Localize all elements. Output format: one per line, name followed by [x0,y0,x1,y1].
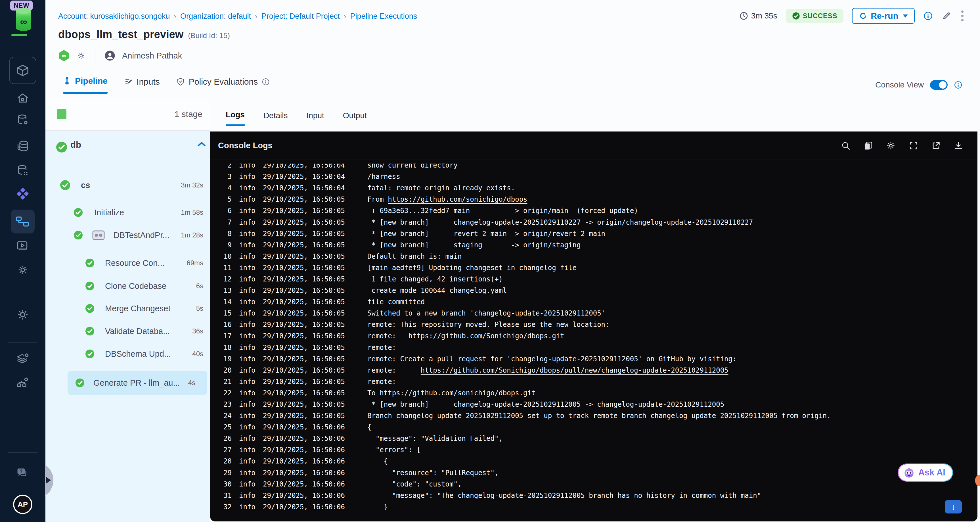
breadcrumb-link[interactable]: Organization: default [180,12,251,21]
success-check-icon [86,304,94,313]
step-duration: 36s [192,327,203,335]
log-link[interactable]: https://github.com/Sonichigo/dbops/pull/… [421,366,729,374]
log-line: 18info29/10/2025, 16:50:05remote: [210,342,977,353]
tab-inputs[interactable]: Inputs [124,77,160,93]
more-options-button[interactable] [960,10,965,22]
log-line-number: 25 [210,423,232,431]
ask-ai-button[interactable]: Ask AI [898,463,953,482]
log-line-number: 23 [210,401,232,408]
sidebar-item-help[interactable]: ? [0,465,45,481]
info-icon[interactable] [262,78,270,86]
tab-pipeline[interactable]: Pipeline [63,76,108,94]
step-duration: 4s [188,379,195,387]
app-sidebar: NEW ∞ ? AP [0,0,45,522]
sidebar-item-pipeline-settings[interactable] [0,262,45,278]
settings-gear-icon[interactable] [886,140,896,151]
pipeline-settings-gear-icon[interactable] [76,51,86,60]
step-row[interactable]: DBSchema Upd...40s [45,343,210,365]
execution-tabs: Pipeline Inputs Policy Evaluations [63,76,270,94]
status-badge: SUCCESS [786,9,844,23]
log-line: 11info29/10/2025, 16:50:05[main aedfef9]… [210,262,977,274]
step-row[interactable]: Merge Changeset5s [45,298,210,320]
module-selector[interactable] [9,57,37,84]
status-hexagon-icon: ∞ [58,49,70,62]
sidebar-item-idp[interactable] [0,186,45,202]
sidebar-item-db-ops[interactable] [0,162,45,178]
stage-status-square [57,109,67,119]
open-in-new-icon[interactable] [931,141,941,151]
log-tab-logs[interactable]: Logs [226,110,245,126]
log-timestamp: 29/10/2025, 16:50:05 [263,196,346,203]
log-timestamp: 29/10/2025, 16:50:06 [263,457,346,465]
tab-policy-evaluations[interactable]: Policy Evaluations [176,77,270,93]
log-timestamp: 29/10/2025, 16:50:05 [263,401,346,408]
harness-dbops-logo-icon[interactable]: ∞ [15,7,32,31]
log-line-number: 32 [210,503,232,511]
log-line-number: 15 [210,309,232,317]
log-link[interactable]: https://github.com/Sonichigo/dbops.git [409,332,565,340]
search-icon[interactable] [841,141,851,151]
step-row[interactable]: Validate Databa...36s [45,320,210,342]
success-check-icon [86,259,94,267]
step-name: Generate PR - llm_au... [94,378,180,388]
step-row[interactable]: Initialize1m 58s [45,201,210,223]
fullscreen-icon[interactable] [909,141,918,151]
log-level: info [239,389,256,397]
console-view-toggle[interactable] [930,80,948,90]
stage-group-db[interactable]: db [45,134,210,155]
step-duration: 1m 28s [181,231,203,239]
sidebar-item-account-resources[interactable] [0,351,45,367]
log-line: 20info29/10/2025, 16:50:05remote: https:… [210,364,977,376]
log-tab-details[interactable]: Details [264,111,288,125]
log-line-number: 22 [210,389,232,397]
stage-row-cs[interactable]: cs 3m 32s [45,174,210,196]
breadcrumb-link[interactable]: Account: kurosakiichigo.songoku [58,12,170,21]
copy-icon[interactable] [863,141,873,151]
log-line-number: 26 [210,434,232,442]
sidebar-item-project-settings[interactable] [0,307,45,323]
scroll-to-bottom-button[interactable]: ↓ [945,500,962,514]
sidebar-item-home[interactable] [0,90,45,106]
edit-pencil-icon[interactable] [942,11,951,21]
user-avatar[interactable]: AP [13,495,32,514]
log-link[interactable]: https://github.com/sonichigo/dbops.git [380,389,535,397]
help-chat-icon: ? [16,466,30,480]
log-tab-output[interactable]: Output [343,111,367,125]
execution-duration: 3m 35s [739,11,777,21]
ai-robot-icon [903,466,915,479]
log-level: info [239,412,256,420]
breadcrumb-link[interactable]: Project: Default Project [261,12,340,21]
success-check-icon [74,208,83,217]
log-line-number: 12 [210,275,232,283]
log-level: info [239,309,256,317]
info-icon[interactable] [923,11,933,21]
step-row[interactable]: Clone Codebase6s [45,275,210,297]
log-level: info [239,492,256,500]
breadcrumb-link[interactable]: Pipeline Executions [350,12,417,21]
step-row[interactable]: DBTestAndPr...1m 28s [45,224,210,246]
console-view-control: Console View [875,80,963,90]
sidebar-item-db-settings[interactable] [0,112,45,128]
breadcrumb-separator: › [344,12,346,21]
sidebar-item-db-stack[interactable] [0,138,45,154]
step-row[interactable]: Generate PR - llm_au...4s [45,372,210,394]
sidebar-item-pipelines-active[interactable] [11,210,35,234]
log-tab-input[interactable]: Input [306,111,324,125]
sidebar-item-org-settings[interactable] [0,375,45,391]
download-icon[interactable] [954,141,963,151]
log-line-number: 5 [210,196,232,203]
log-timestamp: 29/10/2025, 16:50:06 [263,446,346,454]
rerun-button[interactable]: Re-run [852,8,915,24]
log-scroll-viewport[interactable]: 2info29/10/2025, 16:50:04show current di… [210,164,977,522]
log-line-number: 30 [210,480,232,488]
log-link[interactable]: https://github.com/sonichigo/dbops [388,196,527,203]
log-timestamp: 29/10/2025, 16:50:05 [263,412,346,420]
log-message: remote: Create a pull request for 'chang… [368,355,737,363]
log-line-number: 18 [210,344,232,352]
step-row[interactable]: Resource Con...69ms [45,252,210,274]
log-line-number: 27 [210,446,232,454]
info-icon[interactable] [954,81,963,89]
log-line: 32info29/10/2025, 16:50:06 } [210,501,977,512]
sidebar-item-executions[interactable] [0,238,45,254]
chevron-up-icon[interactable] [197,141,206,147]
